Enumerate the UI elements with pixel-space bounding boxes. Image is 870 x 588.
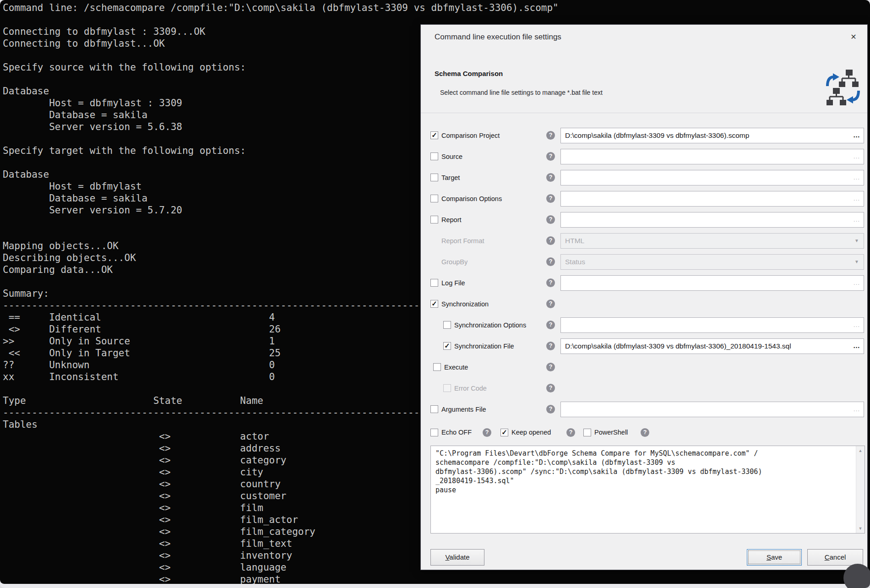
section-title: Schema Comparison [435, 70, 503, 77]
synchronization-options-label: Synchronization Options [454, 317, 526, 333]
cancel-key: C [825, 553, 830, 561]
row-target: Target ? … [421, 170, 867, 185]
row-synchronization-file: ✓ Synchronization File ? D:\comp\sakila … [421, 338, 867, 354]
execute-label: Execute [444, 359, 468, 375]
validate-rest: alidate [449, 553, 469, 561]
browse-button[interactable]: … [853, 402, 860, 416]
browse-button[interactable]: … [853, 128, 860, 142]
help-icon[interactable]: ? [546, 194, 555, 203]
validate-button[interactable]: Validate [430, 549, 484, 566]
row-groupby: GroupBy ? Status ▼ [421, 254, 867, 270]
console-dashed-line [424, 574, 863, 576]
execute-checkbox[interactable] [433, 363, 441, 371]
comparison-options-checkbox[interactable] [430, 195, 438, 202]
row-execute: Execute ? [421, 359, 867, 375]
chevron-down-icon: ▼ [854, 234, 859, 248]
synchronization-options-input[interactable]: … [560, 317, 864, 333]
scroll-down-icon[interactable]: ▼ [856, 525, 865, 532]
target-label: Target [441, 170, 460, 185]
screen-frame: Command line: /schemacompare /compfile:"… [0, 0, 870, 588]
scroll-up-icon[interactable]: ▲ [856, 447, 865, 454]
row-synchronization-options: Synchronization Options ? … [421, 317, 867, 333]
source-input[interactable]: … [560, 149, 864, 164]
report-format-value: HTML [565, 234, 584, 248]
help-icon[interactable]: ? [546, 215, 555, 224]
source-label: Source [441, 149, 462, 164]
echo-off-label: Echo OFF [441, 425, 472, 439]
error-code-checkbox [443, 384, 451, 392]
browse-button[interactable]: … [853, 339, 860, 353]
row-bat-options: Echo OFF ? ✓ Keep opened ? PowerShell ? [421, 429, 867, 439]
help-icon[interactable]: ? [546, 299, 555, 308]
keep-opened-label: Keep opened [511, 425, 551, 439]
comparison-options-input[interactable]: … [560, 191, 864, 207]
help-icon[interactable]: ? [546, 173, 555, 182]
synchronization-checkbox[interactable]: ✓ [430, 300, 438, 308]
browse-button[interactable]: … [853, 170, 860, 184]
powershell-checkbox[interactable] [583, 429, 591, 436]
cancel-rest: ancel [829, 553, 846, 561]
help-icon[interactable]: ? [546, 236, 555, 245]
groupby-label: GroupBy [441, 254, 468, 270]
synchronization-file-input[interactable]: D:\comp\sakila (dbfmylast-3309 vs dbfmyl… [560, 338, 864, 354]
scrollbar[interactable]: ▲ ▼ [856, 446, 865, 533]
report-input[interactable]: … [560, 212, 864, 228]
browse-button[interactable]: … [853, 276, 860, 289]
section-description: Select command line file settings to man… [440, 89, 603, 96]
cursor-highlight-circle [843, 564, 870, 588]
help-icon[interactable]: ? [546, 321, 555, 329]
help-icon[interactable]: ? [546, 342, 555, 350]
dialog-title: Command line execution file settings [435, 33, 561, 42]
help-icon[interactable]: ? [546, 257, 555, 266]
browse-button[interactable]: … [853, 318, 860, 332]
save-button[interactable]: Save [747, 549, 802, 566]
cancel-button[interactable]: Cancel [807, 549, 863, 566]
help-icon[interactable]: ? [546, 384, 555, 392]
arguments-file-checkbox[interactable] [430, 405, 438, 413]
powershell-label: PowerShell [594, 425, 628, 439]
help-icon[interactable]: ? [566, 428, 575, 437]
command-line-settings-dialog: Command line execution file settings ✕ S… [420, 24, 868, 570]
validate-key: V [445, 553, 449, 561]
source-checkbox[interactable] [430, 152, 438, 160]
help-icon[interactable]: ? [483, 428, 491, 437]
log-file-input[interactable]: … [560, 275, 864, 291]
synchronization-options-checkbox[interactable] [443, 321, 451, 329]
groupby-dropdown: Status ▼ [560, 254, 864, 270]
comparison-project-value: D:\comp\sakila (dbfmylast-3309 vs dbfmyl… [565, 128, 850, 143]
report-label: Report [441, 212, 462, 228]
help-icon[interactable]: ? [546, 405, 555, 414]
row-comparison-options: Comparison Options ? … [421, 191, 867, 207]
help-icon[interactable]: ? [546, 363, 555, 371]
log-file-checkbox[interactable] [430, 279, 438, 287]
header-separator [421, 113, 867, 113]
comparison-project-checkbox[interactable]: ✓ [430, 131, 438, 139]
help-icon[interactable]: ? [641, 428, 649, 437]
schema-comparison-icon [826, 70, 860, 109]
synchronization-label: Synchronization [441, 296, 489, 312]
target-input[interactable]: … [560, 170, 864, 185]
echo-off-checkbox[interactable] [430, 429, 438, 436]
browse-button[interactable]: … [853, 149, 860, 163]
help-icon[interactable]: ? [546, 131, 555, 140]
close-icon[interactable]: ✕ [847, 30, 860, 44]
keep-opened-checkbox[interactable]: ✓ [500, 429, 508, 436]
synchronization-file-checkbox[interactable]: ✓ [443, 342, 451, 350]
check-icon: ✓ [431, 299, 438, 308]
comparison-project-input[interactable]: D:\comp\sakila (dbfmylast-3309 vs dbfmyl… [560, 128, 864, 143]
row-comparison-project: ✓ Comparison Project ? D:\comp\sakila (d… [421, 128, 867, 143]
target-checkbox[interactable] [430, 174, 438, 181]
groupby-value: Status [565, 255, 585, 269]
row-source: Source ? … [421, 149, 867, 164]
arguments-file-input[interactable]: … [560, 402, 864, 417]
row-synchronization: ✓ Synchronization ? [421, 296, 867, 312]
comparison-options-label: Comparison Options [441, 191, 502, 207]
bat-file-text-area[interactable]: "C:\Program Files\Devart\dbForge Schema … [430, 446, 865, 534]
report-checkbox[interactable] [430, 216, 438, 223]
browse-button[interactable]: … [853, 212, 860, 226]
help-icon[interactable]: ? [546, 152, 555, 161]
row-error-code: Error Code ? [421, 381, 867, 396]
arguments-file-label: Arguments File [441, 402, 486, 417]
browse-button[interactable]: … [853, 191, 860, 205]
help-icon[interactable]: ? [546, 278, 555, 287]
